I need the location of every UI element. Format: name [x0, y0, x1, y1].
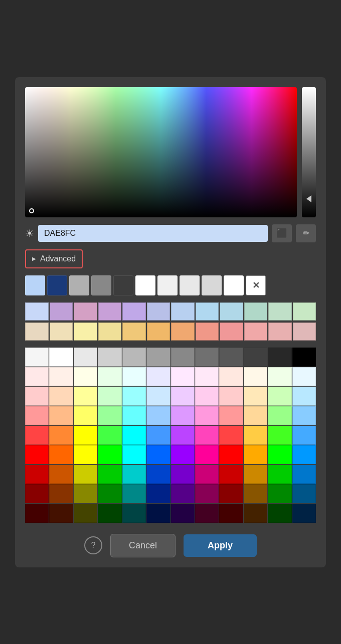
- grid-cell[interactable]: [98, 484, 121, 503]
- grid-cell[interactable]: [292, 348, 316, 367]
- palette-cell[interactable]: [196, 323, 219, 341]
- grid-cell[interactable]: [146, 465, 170, 484]
- grid-cell[interactable]: [244, 367, 267, 386]
- grid-cell[interactable]: [244, 348, 267, 367]
- grid-cell[interactable]: [219, 367, 243, 386]
- grid-cell[interactable]: [244, 426, 267, 445]
- grid-cell[interactable]: [244, 445, 267, 464]
- grid-cell[interactable]: [122, 367, 146, 386]
- grid-cell[interactable]: [146, 445, 170, 464]
- recent-swatch-6[interactable]: [135, 275, 155, 295]
- grid-cell[interactable]: [146, 406, 170, 425]
- grid-cell[interactable]: [268, 348, 291, 367]
- palette-cell[interactable]: [98, 323, 122, 341]
- palette-cell[interactable]: [147, 323, 170, 341]
- grid-cell[interactable]: [98, 426, 121, 445]
- grid-cell[interactable]: [122, 465, 146, 484]
- gradient-canvas[interactable]: [25, 87, 297, 217]
- grid-cell[interactable]: [292, 387, 316, 406]
- grid-cell[interactable]: [268, 445, 291, 464]
- grid-cell[interactable]: [195, 406, 219, 425]
- palette-cell[interactable]: [74, 323, 97, 341]
- grid-cell[interactable]: [98, 504, 121, 523]
- palette-cell[interactable]: [171, 302, 195, 320]
- grid-cell[interactable]: [25, 406, 49, 425]
- grid-cell[interactable]: [268, 387, 291, 406]
- grid-cell[interactable]: [146, 484, 170, 503]
- grid-cell[interactable]: [74, 406, 97, 425]
- palette-cell[interactable]: [293, 302, 316, 320]
- grid-cell[interactable]: [49, 465, 73, 484]
- grid-cell[interactable]: [244, 406, 267, 425]
- grid-cell[interactable]: [74, 367, 97, 386]
- grid-cell[interactable]: [74, 445, 97, 464]
- palette-cell[interactable]: [50, 302, 73, 320]
- grid-cell[interactable]: [122, 387, 146, 406]
- grid-cell[interactable]: [25, 465, 49, 484]
- palette-cell[interactable]: [196, 302, 219, 320]
- grid-cell[interactable]: [74, 484, 97, 503]
- grid-cell[interactable]: [195, 348, 219, 367]
- recent-swatch-9[interactable]: [202, 275, 222, 295]
- grid-cell[interactable]: [74, 465, 97, 484]
- grid-cell[interactable]: [25, 426, 49, 445]
- grid-cell[interactable]: [146, 504, 170, 523]
- recent-swatch-4[interactable]: [91, 275, 111, 295]
- grid-cell[interactable]: [219, 406, 243, 425]
- recent-swatch-7[interactable]: [157, 275, 178, 295]
- grid-cell[interactable]: [268, 367, 291, 386]
- recent-swatch-1[interactable]: [25, 275, 45, 295]
- palette-cell[interactable]: [25, 323, 49, 341]
- grid-cell[interactable]: [195, 367, 219, 386]
- grid-cell[interactable]: [195, 465, 219, 484]
- palette-cell[interactable]: [147, 302, 170, 320]
- grid-cell[interactable]: [171, 465, 195, 484]
- grid-cell[interactable]: [122, 484, 146, 503]
- palette-cell[interactable]: [220, 302, 243, 320]
- grid-cell[interactable]: [49, 367, 73, 386]
- grid-cell[interactable]: [292, 504, 316, 523]
- palette-cell[interactable]: [98, 302, 122, 320]
- grid-cell[interactable]: [25, 445, 49, 464]
- recent-swatch-10[interactable]: [224, 275, 244, 295]
- grid-cell[interactable]: [74, 504, 97, 523]
- grid-cell[interactable]: [244, 504, 267, 523]
- grid-cell[interactable]: [292, 484, 316, 503]
- grid-cell[interactable]: [268, 504, 291, 523]
- grid-cell[interactable]: [146, 426, 170, 445]
- grid-cell[interactable]: [171, 426, 195, 445]
- palette-cell[interactable]: [25, 302, 49, 320]
- grid-cell[interactable]: [25, 367, 49, 386]
- grid-cell[interactable]: [122, 445, 146, 464]
- palette-cell[interactable]: [50, 323, 73, 341]
- recent-swatch-8[interactable]: [180, 275, 200, 295]
- apply-button[interactable]: Apply: [184, 534, 257, 557]
- grid-cell[interactable]: [244, 387, 267, 406]
- grid-cell[interactable]: [49, 406, 73, 425]
- grid-cell[interactable]: [171, 348, 195, 367]
- grid-cell[interactable]: [268, 426, 291, 445]
- hex-input[interactable]: [38, 225, 268, 242]
- brightness-slider[interactable]: [302, 87, 316, 217]
- grid-cell[interactable]: [195, 484, 219, 503]
- grid-cell[interactable]: [171, 484, 195, 503]
- grid-cell[interactable]: [171, 406, 195, 425]
- grid-cell[interactable]: [219, 484, 243, 503]
- grid-cell[interactable]: [195, 445, 219, 464]
- palette-cell[interactable]: [74, 302, 97, 320]
- grid-cell[interactable]: [292, 367, 316, 386]
- grid-cell[interactable]: [74, 348, 97, 367]
- no-color-swatch[interactable]: ✕: [246, 275, 266, 295]
- grid-cell[interactable]: [268, 406, 291, 425]
- grid-cell[interactable]: [292, 445, 316, 464]
- help-button[interactable]: ?: [84, 536, 102, 554]
- palette-cell[interactable]: [293, 323, 316, 341]
- palette-cell[interactable]: [268, 302, 292, 320]
- grid-cell[interactable]: [49, 348, 73, 367]
- grid-cell[interactable]: [171, 504, 195, 523]
- advanced-toggle[interactable]: ▶ Advanced: [25, 249, 83, 268]
- grid-cell[interactable]: [122, 348, 146, 367]
- recent-swatch-5[interactable]: [113, 275, 133, 295]
- grid-cell[interactable]: [244, 465, 267, 484]
- grid-cell[interactable]: [292, 406, 316, 425]
